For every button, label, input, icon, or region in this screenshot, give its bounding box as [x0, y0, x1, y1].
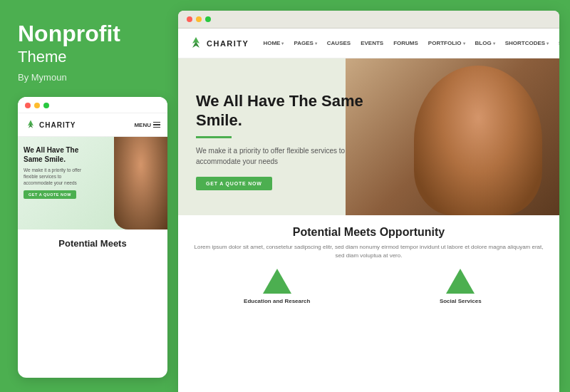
desktop-logo-icon [189, 36, 203, 51]
mobile-hero-image [114, 137, 167, 229]
mobile-hero: We All Have The Same Smile. We make it a… [18, 137, 167, 229]
social-label: Social Services [376, 298, 546, 304]
theme-author: By Mymoun [18, 72, 160, 83]
desktop-hero-content: We All Have The Same Smile. We make it a… [178, 58, 559, 215]
shortcodes-arrow: ▾ [546, 41, 549, 46]
pages-arrow: ▾ [315, 41, 317, 46]
nav-portfolio[interactable]: PORTFOLIO ▾ [428, 40, 465, 46]
hamburger-icon[interactable] [153, 122, 160, 128]
social-icon [446, 269, 475, 294]
mobile-dot-yellow [34, 103, 40, 108]
nav-home[interactable]: HOME ▾ [263, 40, 284, 46]
mobile-bottom-section: Potential Meets [18, 229, 167, 255]
education-label: Education and Research [192, 298, 362, 304]
desktop-dot-red [187, 16, 192, 22]
desktop-logo: CHARITY [189, 36, 249, 51]
desktop-nav: CHARITY HOME ▾ PAGES ▾ CAUSES EVENTS FOR… [178, 29, 559, 58]
nav-forums[interactable]: FORUMS [393, 40, 418, 46]
desktop-hero: We All Have The Same Smile. We make it a… [178, 58, 559, 215]
mobile-dot-green [43, 103, 49, 108]
desktop-preview: CHARITY HOME ▾ PAGES ▾ CAUSES EVENTS FOR… [178, 11, 559, 392]
mobile-hero-face [114, 137, 167, 229]
education-icon [263, 269, 291, 294]
portfolio-arrow: ▾ [463, 41, 465, 46]
mobile-cta-button[interactable]: GET A QUOTE NOW [24, 190, 76, 199]
nav-blog[interactable]: BLOG ▾ [475, 40, 495, 46]
bottom-columns: Education and Research Social Services [192, 269, 545, 304]
mobile-logo-icon [25, 119, 36, 130]
mobile-titlebar [18, 97, 167, 113]
desktop-dot-yellow [196, 16, 202, 22]
desktop-titlebar [178, 11, 559, 29]
nav-causes[interactable]: CAUSES [327, 40, 351, 46]
blog-arrow: ▾ [493, 41, 495, 46]
left-panel: Nonprofit Theme By Mymoun CHARITY MENU [0, 0, 175, 392]
desktop-bottom-section: Potential Meets Opportunity Lorem ipsum … [178, 215, 559, 392]
mobile-hero-desc: We make it a priority to offer flexible … [24, 167, 91, 186]
mobile-hero-title: We All Have The Same Smile. [24, 145, 95, 164]
hero-underline [196, 136, 232, 138]
mobile-section-title: Potential Meets [25, 238, 160, 249]
mobile-logo: CHARITY [25, 119, 76, 130]
mobile-dot-red [25, 103, 31, 108]
nav-shortcodes[interactable]: SHORTCODES ▾ [505, 40, 549, 46]
bottom-section-desc: Lorem ipsum dolor sit amet, consetetur s… [192, 243, 545, 260]
mobile-logo-text: CHARITY [39, 121, 76, 129]
home-arrow: ▾ [281, 41, 284, 46]
desktop-hero-title: We All Have The Same Smile. [196, 91, 395, 130]
theme-subtitle: Theme [18, 48, 160, 66]
desktop-nav-links: HOME ▾ PAGES ▾ CAUSES EVENTS FORUMS PORT… [263, 40, 559, 46]
bottom-col-social: Social Services [376, 269, 546, 304]
desktop-dot-green [205, 16, 211, 22]
bottom-section-title: Potential Meets Opportunity [192, 226, 545, 239]
nav-pages[interactable]: PAGES ▾ [294, 40, 316, 46]
desktop-cta-button[interactable]: GET A QUOTE NOW [196, 177, 272, 190]
desktop-logo-text: CHARITY [207, 39, 249, 48]
mobile-menu: MENU [134, 122, 160, 128]
nav-shop[interactable]: SHOP [559, 40, 559, 46]
mobile-preview-card: CHARITY MENU We All Have The Same Smile.… [18, 97, 167, 378]
desktop-hero-desc: We make it a priority to offer flexible … [196, 145, 367, 167]
nav-events[interactable]: EVENTS [361, 40, 383, 46]
theme-title: Nonprofit [18, 21, 160, 46]
bottom-col-education: Education and Research [192, 269, 362, 304]
mobile-nav: CHARITY MENU [18, 113, 167, 137]
